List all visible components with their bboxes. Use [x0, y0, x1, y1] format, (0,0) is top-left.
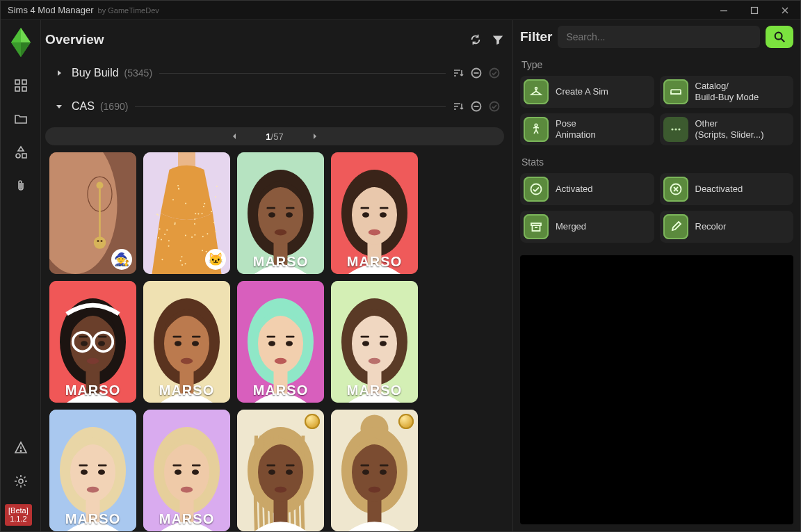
section-title: CAS — [72, 100, 95, 113]
svg-point-39 — [161, 259, 163, 260]
svg-rect-140 — [98, 465, 107, 467]
filter-stats-activated[interactable]: Activated — [520, 173, 654, 205]
filter-stats-merged[interactable]: Merged — [520, 211, 654, 243]
sidebar: [Beta] 1.1.2 — [1, 20, 41, 531]
mod-card[interactable] — [331, 410, 418, 531]
sidebar-folder[interactable] — [7, 105, 35, 133]
filter-icon-button[interactable] — [492, 33, 504, 46]
svg-point-66 — [185, 263, 186, 264]
page-prev[interactable] — [231, 133, 238, 140]
filter-stats-deactivated[interactable]: Deactivated — [660, 173, 794, 205]
preview-pane — [520, 255, 793, 524]
svg-point-166 — [380, 469, 387, 475]
svg-point-169 — [369, 487, 381, 493]
coin-badge-icon — [398, 414, 414, 429]
filter-stats-recolor[interactable]: Recolor — [660, 211, 794, 243]
svg-point-56 — [161, 239, 162, 240]
search-button[interactable] — [766, 26, 793, 48]
svg-point-184 — [674, 128, 677, 130]
filter-type-other[interactable]: Other(Scripts, Slider...) — [660, 113, 794, 145]
filter-panel: Filter Type Create A Sim Catalog/Build-B… — [512, 20, 800, 531]
main-panel: Overview Buy Build (5345) — [41, 20, 512, 531]
close-button[interactable] — [770, 1, 800, 20]
svg-rect-157 — [267, 465, 276, 467]
svg-rect-148 — [173, 465, 182, 467]
app-byline: by GameTimeDev — [98, 6, 159, 15]
svg-rect-121 — [267, 336, 276, 338]
svg-point-93 — [369, 229, 381, 236]
mod-card[interactable]: MARSO — [331, 152, 418, 274]
sidebar-shapes[interactable] — [7, 138, 35, 166]
svg-point-69 — [180, 260, 181, 261]
svg-point-46 — [159, 228, 161, 229]
svg-rect-91 — [361, 207, 370, 209]
mod-card[interactable]: MARSO — [331, 281, 418, 403]
chip-label: Create A Sim — [556, 86, 608, 97]
svg-point-41 — [164, 234, 165, 235]
mod-card[interactable]: MARSO — [49, 281, 136, 403]
mod-card[interactable]: 🐱 — [143, 152, 230, 274]
sort-icon[interactable] — [453, 101, 464, 112]
svg-point-98 — [81, 341, 88, 346]
sidebar-attachment[interactable] — [7, 172, 35, 200]
svg-point-52 — [202, 236, 204, 237]
section-count: (1690) — [100, 101, 128, 112]
check-circle-icon[interactable] — [489, 101, 500, 112]
sofa-icon — [663, 79, 688, 104]
svg-point-138 — [98, 469, 105, 475]
app-window: Sims 4 Mod Manager by GameTimeDev — [0, 0, 801, 532]
section-buy-build[interactable]: Buy Build (5345) — [45, 59, 504, 87]
svg-point-49 — [216, 186, 218, 187]
card-brand-label: MARSO — [49, 511, 136, 527]
mod-card[interactable]: MARSO — [237, 281, 324, 403]
sidebar-warnings[interactable] — [7, 434, 35, 462]
svg-point-37 — [215, 231, 216, 232]
version-tag: [Beta] — [8, 506, 29, 515]
filter-type-cas[interactable]: Create A Sim — [520, 76, 654, 108]
svg-point-150 — [181, 487, 193, 493]
sidebar-overview[interactable] — [7, 72, 35, 99]
svg-point-47 — [215, 196, 216, 198]
mod-card[interactable]: MARSO — [49, 410, 136, 531]
mod-card[interactable]: 🧙 — [49, 152, 136, 274]
chip-label: Recolor — [695, 221, 727, 232]
sticker-icon: 🧙 — [111, 249, 132, 270]
svg-point-182 — [535, 124, 537, 127]
svg-point-84 — [275, 229, 287, 236]
card-brand-label: MARSO — [143, 382, 230, 398]
svg-point-81 — [286, 212, 293, 218]
svg-rect-101 — [98, 336, 107, 338]
collapse-icon[interactable] — [471, 67, 482, 79]
svg-point-17 — [19, 479, 23, 483]
svg-point-178 — [775, 33, 782, 40]
svg-rect-83 — [286, 207, 295, 209]
maximize-button[interactable] — [739, 1, 770, 20]
svg-point-55 — [213, 222, 215, 223]
section-count: (5345) — [124, 67, 152, 79]
filter-type-catalog[interactable]: Catalog/Build-Buy Mode — [660, 76, 794, 108]
mod-card[interactable]: MARSO — [143, 410, 230, 531]
mod-card[interactable]: MARSO — [143, 281, 230, 403]
chip-label: Activated — [556, 184, 592, 195]
page-next[interactable] — [312, 133, 318, 140]
svg-rect-130 — [361, 336, 370, 338]
check-circle-icon[interactable] — [489, 67, 500, 79]
mod-card[interactable] — [237, 410, 324, 531]
svg-point-32 — [97, 240, 99, 242]
svg-point-67 — [191, 236, 193, 238]
mod-card[interactable]: MARSO — [237, 152, 324, 274]
search-input[interactable] — [558, 26, 760, 48]
mod-grid-scroll[interactable]: 🧙 🐱 MARSO — [45, 152, 504, 531]
section-cas[interactable]: CAS (1690) — [45, 92, 504, 120]
coin-badge-icon — [305, 414, 320, 429]
sort-icon[interactable] — [453, 67, 464, 79]
sidebar-settings[interactable] — [7, 467, 35, 495]
svg-point-132 — [369, 358, 381, 364]
svg-rect-189 — [533, 225, 540, 231]
page-title: Overview — [45, 32, 104, 47]
minimize-button[interactable] — [709, 1, 739, 20]
svg-rect-112 — [173, 336, 182, 338]
refresh-button[interactable] — [469, 33, 482, 46]
filter-type-pose[interactable]: PoseAnimation — [520, 113, 654, 145]
collapse-icon[interactable] — [471, 101, 482, 112]
